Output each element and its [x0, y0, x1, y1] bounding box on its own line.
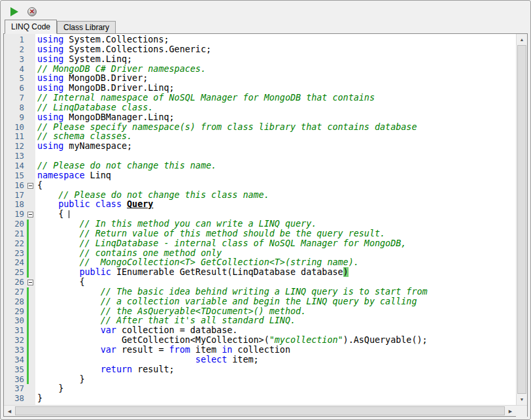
horizontal-scrollbar[interactable]: ◀ ▶ [4, 406, 516, 416]
line-number[interactable]: 1 [4, 35, 26, 45]
line-number[interactable]: 3 [4, 55, 26, 65]
scroll-up-button[interactable]: ▲ [517, 34, 527, 45]
line-number[interactable]: 32 [4, 336, 26, 346]
code-text[interactable]: // MongoDB C# Driver namespaces. [35, 65, 516, 74]
code-text[interactable]: // LinqDatabase - internal class of NoSQ… [35, 239, 516, 249]
vertical-scrollbar[interactable]: ▲ ▼ [516, 34, 527, 405]
line-number[interactable]: 16 [4, 181, 26, 191]
code-text[interactable]: // schema classes. [35, 132, 516, 142]
code-lines: 1using System.Collections;2using System.… [4, 34, 516, 405]
line-number[interactable]: 5 [4, 74, 26, 84]
code-text[interactable]: public class Query [35, 200, 516, 210]
line-number[interactable]: 24 [4, 258, 26, 268]
code-text[interactable]: { [35, 278, 516, 287]
code-text[interactable]: select item; [35, 355, 516, 365]
line-number[interactable]: 30 [4, 316, 26, 326]
line-number[interactable]: 36 [4, 375, 26, 385]
code-text[interactable]: using MongoDB.Driver; [35, 74, 516, 84]
code-text[interactable]: } [35, 375, 516, 385]
line-number[interactable]: 10 [4, 123, 26, 133]
line-number[interactable]: 17 [4, 191, 26, 201]
code-text[interactable]: using System.Collections.Generic; [35, 45, 516, 55]
code-text[interactable]: // Internal namespace of NoSQL Manager f… [35, 93, 516, 103]
line-number[interactable]: 23 [4, 249, 26, 259]
code-text[interactable] [35, 152, 516, 161]
code-text[interactable]: public IEnumerable GetResult(LinqDatabas… [35, 268, 516, 278]
code-text[interactable]: GetCollection<MyCollection>("mycollectio… [35, 336, 516, 346]
code-line: 24 // MongoCollection<T> GetCollection<T… [4, 258, 516, 268]
line-number[interactable]: 14 [4, 161, 26, 171]
fold-collapse-toggle[interactable] [27, 183, 33, 189]
code-text[interactable]: // The basic idea behind writing a LINQ … [35, 287, 516, 297]
code-text[interactable]: // a collection variable and begin the L… [35, 297, 516, 307]
code-text[interactable]: // Please do not change this class name. [35, 191, 516, 201]
line-number[interactable]: 38 [4, 394, 26, 404]
code-text[interactable]: // the AsQueryable<TDocument>() method. [35, 307, 516, 317]
code-text[interactable]: return result; [35, 365, 516, 375]
tab-linq-code[interactable]: LINQ Code [5, 20, 57, 34]
code-line: 32 GetCollection<MyCollection>("mycollec… [4, 336, 516, 346]
code-text[interactable]: // MongoCollection<T> GetCollection<T>(s… [35, 258, 516, 268]
fold-margin [26, 326, 35, 336]
code-text[interactable]: { [35, 181, 516, 191]
line-number[interactable]: 35 [4, 365, 26, 375]
code-text[interactable]: // Return value of this method should be… [35, 229, 516, 239]
line-number[interactable]: 31 [4, 326, 26, 336]
text-token: { [37, 180, 43, 190]
vertical-scroll-thumb[interactable] [517, 45, 526, 394]
scroll-down-button[interactable]: ▼ [517, 394, 527, 405]
line-number[interactable]: 7 [4, 93, 26, 103]
code-text[interactable]: using System.Collections; [35, 35, 516, 45]
code-text[interactable]: // Please specify namespace(s) from clas… [35, 123, 516, 133]
code-text[interactable]: using MongoDB.Driver.Linq; [35, 84, 516, 93]
fold-collapse-toggle[interactable] [27, 280, 33, 285]
line-number[interactable]: 37 [4, 384, 26, 394]
scroll-left-button[interactable]: ◀ [4, 406, 15, 416]
line-number[interactable]: 9 [4, 113, 26, 123]
code-text[interactable]: using MongoDBManager.Linq; [35, 113, 516, 123]
code-line: 28 // a collection variable and begin th… [4, 297, 516, 307]
code-text[interactable]: using myNamespace; [35, 142, 516, 152]
code-text[interactable]: { [35, 210, 516, 219]
tab-class-library[interactable]: Class Library [57, 21, 116, 33]
line-number[interactable]: 6 [4, 84, 26, 93]
code-text[interactable]: } [35, 384, 516, 394]
line-number[interactable]: 29 [4, 307, 26, 317]
code-text[interactable]: // contains one method only [35, 249, 516, 259]
code-text[interactable]: // Please do not change this name. [35, 161, 516, 171]
code-text[interactable]: namespace Linq [35, 171, 516, 181]
line-number[interactable]: 33 [4, 346, 26, 355]
code-text[interactable]: // After that it's all standard LINQ. [35, 316, 516, 326]
line-number[interactable]: 25 [4, 268, 26, 278]
line-number[interactable]: 34 [4, 355, 26, 365]
line-number[interactable]: 21 [4, 229, 26, 239]
code-text[interactable]: // In this method you can write a LINQ q… [35, 219, 516, 229]
line-number[interactable]: 4 [4, 65, 26, 74]
line-number[interactable]: 20 [4, 219, 26, 229]
text-token: MongoDBManager.Linq; [63, 112, 174, 122]
line-number[interactable]: 11 [4, 132, 26, 142]
line-number[interactable]: 15 [4, 171, 26, 181]
line-number[interactable]: 18 [4, 200, 26, 210]
line-number[interactable]: 12 [4, 142, 26, 152]
code-text[interactable]: using System.Linq; [35, 55, 516, 65]
code-line: 8// LinqDatabase class. [4, 103, 516, 113]
line-number[interactable]: 27 [4, 287, 26, 297]
code-text[interactable]: var result = from item in collection [35, 346, 516, 355]
line-number[interactable]: 13 [4, 152, 26, 161]
line-number[interactable]: 28 [4, 297, 26, 307]
code-text[interactable]: var collection = database. [35, 326, 516, 336]
line-number[interactable]: 8 [4, 103, 26, 113]
line-number[interactable]: 2 [4, 45, 26, 55]
horizontal-scroll-thumb[interactable] [15, 406, 505, 415]
run-button[interactable] [9, 7, 20, 17]
line-number[interactable]: 26 [4, 278, 26, 287]
code-text[interactable]: // LinqDatabase class. [35, 103, 516, 113]
line-number[interactable]: 22 [4, 239, 26, 249]
fold-collapse-toggle[interactable] [27, 212, 33, 218]
code-text[interactable]: } [35, 394, 516, 404]
code-line: 25 public IEnumerable GetResult(LinqData… [4, 268, 516, 278]
stop-button[interactable] [27, 7, 37, 17]
scroll-right-button[interactable]: ▶ [505, 406, 516, 416]
line-number[interactable]: 19 [4, 210, 26, 219]
